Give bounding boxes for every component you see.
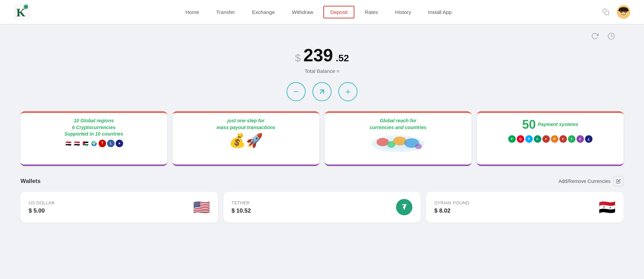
- wallet-card-usd[interactable]: US DOLLAR $ 5.00 🇺🇸: [20, 192, 218, 222]
- refresh-button[interactable]: [589, 31, 600, 42]
- balance-integer: 239: [303, 45, 333, 65]
- exchange-action-btn[interactable]: [312, 82, 332, 101]
- promo-card-payment[interactable]: 50 Payment systems P Q P C ● P C T Z ع: [477, 111, 624, 166]
- payment-logos: P Q P C ● P C T Z ع: [508, 135, 592, 143]
- nav-item-rates[interactable]: Rates: [358, 6, 385, 18]
- svg-point-3: [25, 5, 27, 8]
- payout-illustration: 💰🚀: [229, 134, 263, 147]
- wallet-usd-amount: $ 5.00: [29, 207, 55, 214]
- wallet-syp-icon: 🇸🇾: [599, 199, 615, 215]
- nav-item-install-app[interactable]: Install App: [421, 6, 458, 18]
- promo-text-regions: 10 Global regions 6 Cryptocurrencies Sup…: [64, 118, 123, 138]
- nav-item-deposit[interactable]: Deposit: [323, 6, 354, 18]
- wallet-usd-icon: 🇺🇸: [193, 199, 210, 215]
- app-logo[interactable]: K: [14, 3, 31, 20]
- promo-card-payout[interactable]: just one step for mass payout transactio…: [173, 111, 319, 166]
- currency-symbol: $: [295, 52, 301, 64]
- nav-item-exchange[interactable]: Exchange: [245, 6, 282, 18]
- deposit-action-btn[interactable]: +: [338, 82, 357, 101]
- wallets-grid: US DOLLAR $ 5.00 🇺🇸 TETHER $ 10.52 ₮: [20, 192, 624, 222]
- wallet-usd-name: US DOLLAR: [29, 200, 55, 205]
- svg-rect-4: [605, 11, 609, 15]
- nav-links: Home Transfer Exchange Withdraw Deposit …: [51, 6, 586, 18]
- add-remove-label: Add/Remove Currencies: [558, 179, 611, 184]
- nav-item-transfer[interactable]: Transfer: [209, 6, 242, 18]
- balance-decimal: .52: [336, 53, 349, 64]
- promo-card-global[interactable]: Global reach for currencies and countrie…: [325, 111, 471, 166]
- wallet-usdt-amount: $ 10.52: [232, 207, 251, 214]
- svg-point-14: [377, 138, 389, 146]
- top-toolbar: [20, 31, 624, 42]
- balance-amount: $ 239 .52: [20, 45, 624, 65]
- action-buttons: − +: [20, 82, 624, 101]
- promo-flag-icons: 🇪🇬 🇸🇾 🇯🇴 🌍 T L ●: [64, 140, 123, 147]
- wallet-card-syp[interactable]: SYRIAN POUND $ 8.02 🇸🇾: [426, 192, 624, 222]
- wallet-usdt-icon: ₮: [396, 199, 412, 215]
- minus-icon: −: [293, 87, 298, 96]
- add-remove-currencies-btn[interactable]: Add/Remove Currencies: [558, 176, 624, 186]
- wallet-usd-info: US DOLLAR $ 5.00: [29, 200, 55, 214]
- promo-card-regions[interactable]: 10 Global regions 6 Cryptocurrencies Sup…: [20, 111, 167, 166]
- user-avatar[interactable]: [617, 5, 630, 19]
- wallet-syp-amount: $ 8.02: [434, 207, 469, 214]
- withdraw-action-btn[interactable]: −: [287, 82, 306, 101]
- wallet-usdt-name: TETHER: [232, 200, 251, 205]
- nav-item-home[interactable]: Home: [179, 6, 206, 18]
- wallets-header: Wallets Add/Remove Currencies: [20, 176, 624, 186]
- promo-payment-header: 50 Payment systems: [522, 118, 578, 132]
- wallet-syp-info: SYRIAN POUND $ 8.02: [434, 200, 469, 214]
- main-content: $ 239 .52 Total Balance ≈ − + 10 Gl: [0, 24, 644, 229]
- wallet-card-usdt[interactable]: TETHER $ 10.52 ₮: [223, 192, 421, 222]
- promo-text-global: Global reach for currencies and countrie…: [370, 118, 427, 131]
- svg-point-18: [415, 144, 422, 149]
- copy-icon-btn[interactable]: [600, 6, 612, 18]
- nav-item-withdraw[interactable]: Withdraw: [285, 6, 320, 18]
- svg-line-12: [320, 90, 324, 93]
- balance-label: Total Balance ≈: [20, 68, 624, 74]
- wallets-section: Wallets Add/Remove Currencies US DOLLAR …: [20, 176, 624, 222]
- history-button[interactable]: [606, 31, 617, 42]
- edit-icon: [613, 176, 624, 186]
- wallets-title: Wallets: [20, 178, 41, 185]
- nav-item-history[interactable]: History: [388, 6, 418, 18]
- wallet-syp-name: SYRIAN POUND: [434, 200, 469, 205]
- promo-section: 10 Global regions 6 Cryptocurrencies Sup…: [20, 111, 624, 166]
- promo-text-payout: just one step for mass payout transactio…: [217, 118, 276, 131]
- global-map-illustration: [371, 134, 425, 155]
- balance-section: $ 239 .52 Total Balance ≈ − +: [20, 45, 624, 101]
- plus-icon: +: [345, 87, 350, 96]
- nav-right: [600, 5, 630, 19]
- navbar: K Home Transfer Exchange Withdraw Deposi…: [0, 0, 644, 24]
- wallet-usdt-info: TETHER $ 10.52: [232, 200, 251, 214]
